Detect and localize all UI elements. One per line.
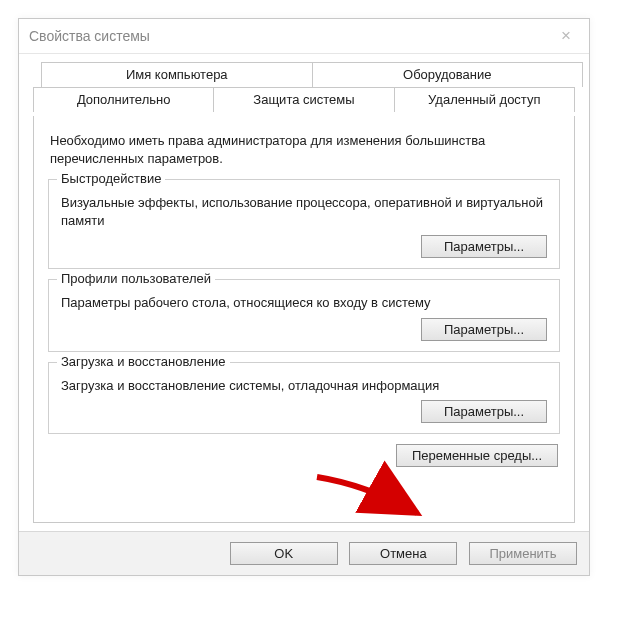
group-user-profiles: Профили пользователей Параметры рабочего… xyxy=(48,279,560,352)
close-icon[interactable]: × xyxy=(543,19,589,53)
tab-system-protection[interactable]: Защита системы xyxy=(214,87,394,112)
system-properties-window: Свойства системы × Имя компьютера Оборуд… xyxy=(18,18,590,576)
group-performance-legend: Быстродействие xyxy=(57,171,165,186)
user-profiles-settings-button[interactable]: Параметры... xyxy=(421,318,547,341)
tab-strip: Имя компьютера Оборудование Дополнительн… xyxy=(33,62,575,114)
admin-hint: Необходимо иметь права администратора дл… xyxy=(50,132,558,167)
group-user-profiles-legend: Профили пользователей xyxy=(57,271,215,286)
apply-button[interactable]: Применить xyxy=(469,542,577,565)
group-startup-recovery-legend: Загрузка и восстановление xyxy=(57,354,230,369)
ok-button[interactable]: OK xyxy=(230,542,338,565)
tab-remote[interactable]: Удаленный доступ xyxy=(395,87,575,112)
tab-hardware[interactable]: Оборудование xyxy=(313,62,584,87)
cancel-button[interactable]: Отмена xyxy=(349,542,457,565)
group-startup-recovery: Загрузка и восстановление Загрузка и вос… xyxy=(48,362,560,435)
environment-variables-button[interactable]: Переменные среды... xyxy=(396,444,558,467)
dialog-footer: OK Отмена Применить xyxy=(19,531,589,575)
performance-settings-button[interactable]: Параметры... xyxy=(421,235,547,258)
client-area: Имя компьютера Оборудование Дополнительн… xyxy=(19,54,589,531)
tab-computer-name[interactable]: Имя компьютера xyxy=(41,62,313,87)
tab-advanced[interactable]: Дополнительно xyxy=(33,87,214,112)
titlebar: Свойства системы × xyxy=(19,19,589,54)
group-performance-text: Визуальные эффекты, использование процес… xyxy=(61,194,547,229)
group-user-profiles-text: Параметры рабочего стола, относящиеся ко… xyxy=(61,294,547,312)
group-startup-recovery-text: Загрузка и восстановление системы, отлад… xyxy=(61,377,547,395)
startup-recovery-settings-button[interactable]: Параметры... xyxy=(421,400,547,423)
tab-panel-advanced: Необходимо иметь права администратора дл… xyxy=(33,116,575,523)
window-title: Свойства системы xyxy=(29,28,150,44)
group-performance: Быстродействие Визуальные эффекты, испол… xyxy=(48,179,560,269)
